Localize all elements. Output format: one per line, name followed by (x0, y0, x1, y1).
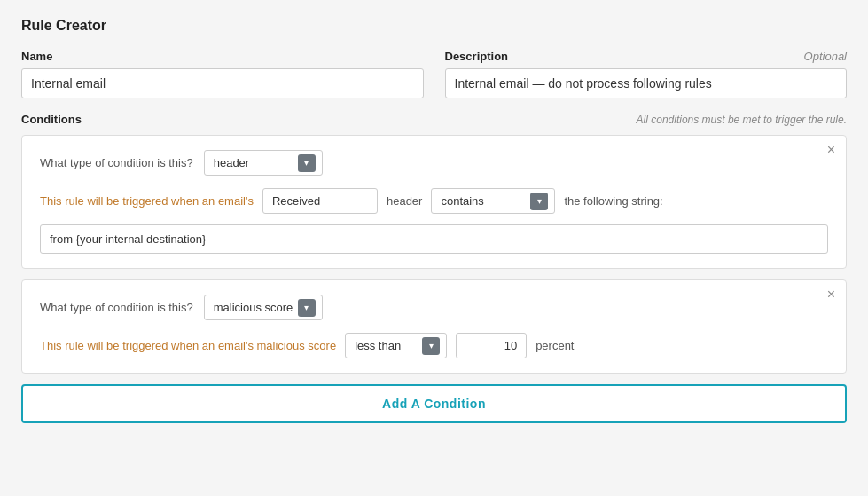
condition1-trigger-prefix: This rule will be triggered when an emai… (40, 194, 254, 208)
name-label: Name (21, 50, 424, 63)
condition2-trigger-prefix: This rule will be triggered when an emai… (40, 339, 336, 352)
description-label: Description (445, 50, 509, 63)
condition1-header-field-input[interactable] (262, 188, 378, 214)
conditions-note: All conditions must be met to trigger th… (637, 114, 847, 126)
condition2-operator-select[interactable]: less than greater than equals at least a… (345, 333, 447, 358)
condition2-percent-input[interactable] (456, 333, 527, 358)
condition1-type-label: What type of condition is this? (40, 156, 193, 169)
condition-card-2: × What type of condition is this? header… (21, 279, 847, 374)
condition2-type-label: What type of condition is this? (40, 301, 193, 314)
optional-label: Optional (804, 50, 847, 63)
condition1-operator-select-wrapper: contains does not contain equals starts … (431, 188, 555, 214)
condition1-operator-select[interactable]: contains does not contain equals starts … (431, 188, 555, 214)
condition2-operator-select-wrapper: less than greater than equals at least a… (345, 333, 447, 358)
condition1-string-input[interactable] (40, 224, 828, 254)
close-condition-2-button[interactable]: × (827, 287, 835, 302)
condition1-header-static: header (387, 194, 422, 208)
condition2-type-select[interactable]: header malicious score sender recipient … (204, 295, 323, 320)
description-input[interactable] (445, 68, 848, 98)
page-title: Rule Creator (21, 18, 847, 34)
conditions-title: Conditions (21, 113, 82, 126)
condition1-type-select[interactable]: header malicious score sender recipient … (204, 150, 323, 176)
condition1-suffix-label: the following string: (564, 194, 662, 208)
add-condition-button[interactable]: Add A Condition (21, 384, 847, 423)
condition2-type-select-wrapper: header malicious score sender recipient … (204, 295, 323, 320)
close-condition-1-button[interactable]: × (827, 143, 835, 157)
name-input[interactable] (21, 68, 424, 98)
condition1-type-select-wrapper: header malicious score sender recipient … (204, 150, 323, 176)
condition2-percent-label: percent (536, 339, 574, 352)
condition-card-1: × What type of condition is this? header… (21, 135, 847, 269)
